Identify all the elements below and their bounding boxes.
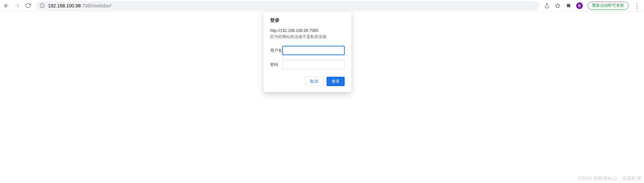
reload-icon[interactable] [25, 3, 31, 9]
username-row: 用户名 [270, 46, 345, 55]
svg-marker-6 [555, 3, 560, 8]
dialog-title: 登录 [270, 17, 345, 24]
username-input[interactable] [282, 46, 345, 55]
site-info-icon[interactable] [40, 3, 45, 8]
bookmark-star-icon[interactable] [555, 3, 561, 9]
update-button[interactable]: 重新启动即可更新 [588, 2, 629, 10]
dialog-origin: http://192.168.100.98:7080 [270, 28, 345, 34]
cancel-button[interactable]: 取消 [305, 77, 323, 86]
address-host: 192.168.100.98 [48, 3, 81, 8]
username-label: 用户名 [270, 48, 282, 53]
address-bar[interactable]: 192.168.100.98:7080/webdav/ [36, 1, 539, 10]
svg-rect-7 [567, 4, 570, 7]
menu-kebab-icon[interactable]: ⋮ [633, 2, 641, 9]
back-icon[interactable] [3, 3, 9, 9]
page-viewport: 登录 http://192.168.100.98:7080 您与此网站的连接不是… [0, 11, 644, 183]
login-button[interactable]: 登录 [327, 77, 345, 86]
dialog-insecure-msg: 您与此网站的连接不是私密连接 [270, 34, 345, 40]
password-input[interactable] [282, 60, 345, 69]
update-label: 重新启动即可更新 [592, 3, 624, 8]
login-label: 登录 [332, 79, 340, 84]
http-auth-dialog: 登录 http://192.168.100.98:7080 您与此网站的连接不是… [263, 11, 351, 92]
dialog-buttons: 取消 登录 [270, 77, 345, 86]
extensions-icon[interactable] [565, 3, 571, 9]
profile-avatar[interactable]: b [576, 2, 583, 9]
toolbar-right: b 重新启动即可更新 ⋮ [544, 2, 641, 10]
address-text: 192.168.100.98:7080/webdav/ [48, 3, 111, 8]
avatar-letter: b [578, 3, 581, 8]
address-path: :7080/webdav/ [81, 3, 111, 8]
password-label: 密码 [270, 62, 282, 68]
browser-toolbar: 192.168.100.98:7080/webdav/ b 重新启动即可更新 ⋮ [0, 0, 644, 11]
password-row: 密码 [270, 60, 345, 69]
share-icon[interactable] [544, 3, 550, 9]
forward-icon [14, 3, 20, 9]
cancel-label: 取消 [310, 79, 318, 84]
